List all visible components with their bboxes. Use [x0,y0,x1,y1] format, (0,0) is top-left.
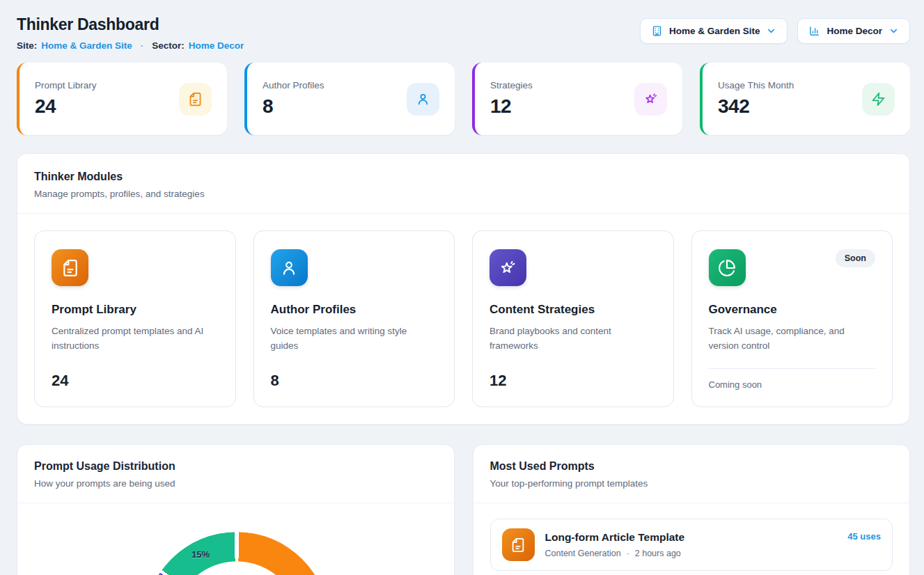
thinker-modules-section: Thinker Modules Manage prompts, profiles… [17,153,910,425]
site-link[interactable]: Home & Garden Site [41,40,132,51]
sparkle-star-icon [490,249,526,286]
prompt-timestamp: 2 hours ago [635,549,681,558]
module-description: Voice templates and writing style guides [271,324,432,354]
sparkle-star-icon [634,83,667,116]
module-count: 12 [490,372,657,390]
stat-value: 8 [263,95,324,118]
module-card-prompt-library[interactable]: Prompt Library Centralized prompt templa… [34,230,236,407]
separator-dot: · [627,549,629,558]
chevron-down-icon [766,26,776,36]
module-description: Track AI usage, compliance, and version … [709,324,870,354]
prompt-uses-badge: 45 uses [847,531,881,542]
bar-chart-icon [808,25,820,37]
donut-chart-area: 15% [17,503,454,575]
user-icon [407,83,439,116]
module-card-author-profiles[interactable]: Author Profiles Voice templates and writ… [253,230,455,407]
module-title: Governance [709,303,876,317]
most-used-prompts-panel: Most Used Prompts Your top-performing pr… [473,444,911,575]
usage-panel-subtitle: How your prompts are being used [34,478,437,489]
prompt-list: Long-form Article Template Content Gener… [473,503,910,575]
prompt-category: Content Generation [545,549,621,558]
stat-card-usage: Usage This Month 342 [700,63,910,135]
document-icon [502,528,535,561]
prompt-title: Long-form Article Template [545,531,838,544]
module-card-content-strategies[interactable]: Content Strategies Brand playbooks and c… [472,230,674,407]
breadcrumb: Site: Home & Garden Site · Sector: Home … [17,40,244,51]
module-card-governance[interactable]: Soon Governance Track AI usage, complian… [691,230,893,407]
modules-grid: Prompt Library Centralized prompt templa… [17,214,909,424]
zap-icon [862,83,895,116]
stat-value: 12 [490,95,533,118]
module-description: Brand playbooks and content frameworks [490,324,651,354]
bottom-row: Prompt Usage Distribution How your promp… [17,444,910,575]
module-description: Centralized prompt templates and AI inst… [52,324,213,354]
site-dropdown-label: Home & Garden Site [669,26,760,36]
donut-slice-label: 15% [191,549,210,560]
stat-value: 24 [35,95,97,118]
site-label: Site: [17,40,37,51]
list-item[interactable]: Long-form Article Template Content Gener… [490,519,893,571]
stat-card-author-profiles: Author Profiles 8 [244,63,455,135]
stat-value: 342 [718,95,794,118]
document-icon [52,249,88,286]
header-controls: Home & Garden Site Home Decor [640,18,910,44]
document-icon [179,83,212,116]
module-footer: Coming soon [709,379,876,390]
stat-label: Author Profiles [263,80,324,90]
header-titles: Thinker Dashboard Site: Home & Garden Si… [17,15,244,51]
sector-link[interactable]: Home Decor [189,40,244,51]
stats-row: Prompt Library 24 Author Profiles 8 Stra… [17,63,910,135]
module-count: 8 [271,372,438,390]
chevron-down-icon [888,26,899,36]
stat-label: Usage This Month [718,80,794,90]
page-title: Thinker Dashboard [17,15,244,34]
modules-section-title: Thinker Modules [34,171,893,183]
pie-chart-icon [709,249,746,286]
module-count: 24 [52,372,219,390]
stat-card-prompt-library: Prompt Library 24 [17,63,227,135]
separator-dot: · [141,40,144,51]
modules-section-subtitle: Manage prompts, profiles, and strategies [34,189,893,199]
usage-panel-title: Prompt Usage Distribution [34,460,437,473]
stat-label: Strategies [490,80,533,90]
soon-badge: Soon [836,249,875,267]
divider [709,368,876,369]
stat-card-strategies: Strategies 12 [472,63,682,135]
prompts-panel-subtitle: Your top-performing prompt templates [490,478,893,489]
prompts-panel-title: Most Used Prompts [490,460,893,473]
donut-chart [144,532,329,575]
user-icon [271,249,308,286]
module-title: Author Profiles [271,303,438,317]
stat-label: Prompt Library [35,80,97,90]
site-dropdown-button[interactable]: Home & Garden Site [640,18,788,44]
sector-label: Sector: [152,40,185,51]
page-header: Thinker Dashboard Site: Home & Garden Si… [17,15,910,51]
sector-dropdown-label: Home Decor [827,26,882,36]
prompt-usage-panel: Prompt Usage Distribution How your promp… [17,444,455,575]
building-icon [651,25,663,37]
module-title: Content Strategies [490,303,657,317]
module-title: Prompt Library [52,303,219,317]
sector-dropdown-button[interactable]: Home Decor [797,18,910,44]
